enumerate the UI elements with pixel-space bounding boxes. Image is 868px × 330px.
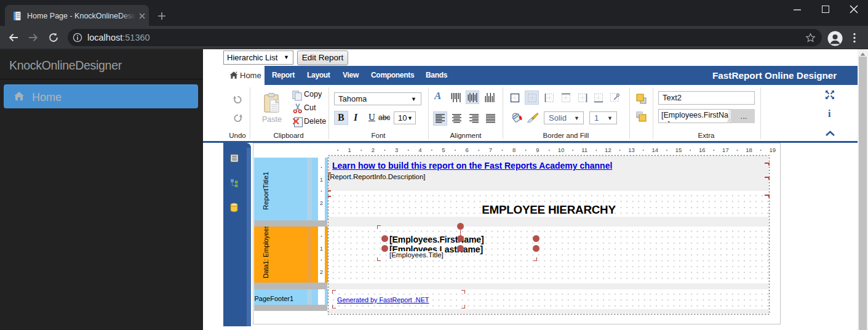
- svg-text:4: 4: [418, 147, 421, 153]
- svg-text:1: 1: [348, 147, 351, 153]
- svg-text:16: 16: [699, 147, 706, 153]
- svg-text:11: 11: [581, 147, 587, 153]
- svg-text:17: 17: [722, 147, 729, 153]
- svg-text:12: 12: [605, 147, 611, 153]
- svg-text:3: 3: [395, 147, 398, 153]
- svg-text:1: 1: [320, 176, 323, 183]
- svg-text:9: 9: [536, 147, 539, 153]
- svg-text:2: 2: [320, 199, 323, 206]
- svg-text:14: 14: [652, 147, 659, 153]
- svg-text:1: 1: [320, 245, 323, 252]
- svg-text:5: 5: [442, 147, 445, 153]
- svg-text:13: 13: [628, 147, 635, 153]
- svg-text:2: 2: [372, 147, 375, 153]
- svg-text:10: 10: [558, 147, 565, 153]
- svg-text:8: 8: [512, 147, 516, 153]
- svg-text:6: 6: [466, 147, 469, 153]
- svg-text:15: 15: [675, 147, 682, 153]
- svg-text:7: 7: [489, 147, 492, 153]
- svg-text:19: 19: [770, 147, 776, 153]
- svg-text:2: 2: [320, 268, 323, 275]
- svg-text:18: 18: [746, 147, 752, 153]
